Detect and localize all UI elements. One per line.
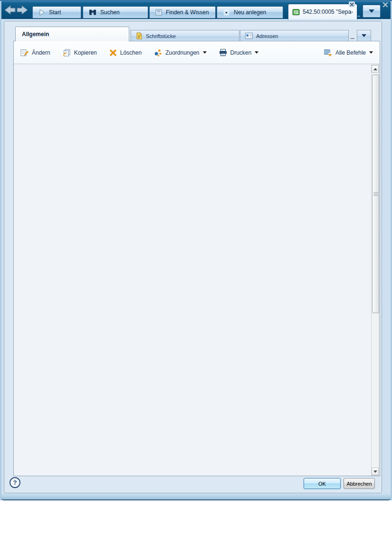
nav-button-neu-anlegen[interactable]: Neu anlegen: [217, 6, 283, 19]
button-label: OK: [318, 481, 326, 487]
starburst-icon: [223, 9, 230, 16]
tab-label: Schriftstücke: [146, 33, 176, 39]
address-card-icon: [245, 33, 253, 39]
toolbar-button-label: Drucken: [230, 49, 252, 56]
edit-icon: [20, 49, 29, 57]
toolbar-button-label: Kopieren: [74, 49, 97, 56]
binoculars-icon: [89, 9, 96, 16]
toolbar-button-label: Alle Befehle: [335, 49, 366, 56]
command-list-icon: [324, 49, 332, 57]
nav-button-suchen[interactable]: Suchen: [83, 6, 148, 19]
help-glyph: ?: [13, 479, 17, 486]
nav-button-finden-wissen[interactable]: Finden & Wissen: [149, 6, 216, 19]
tab-label: Allgemein: [22, 31, 49, 38]
nav-button-label: Neu anlegen: [234, 9, 266, 16]
chevron-down-icon: [369, 51, 373, 54]
scrollbar-thumb[interactable]: [372, 75, 379, 313]
vertical-scrollbar[interactable]: [371, 65, 379, 476]
toolbar-button-label: Ändern: [32, 49, 50, 56]
scroll-up-icon[interactable]: [372, 65, 379, 73]
help-icon[interactable]: ?: [10, 477, 20, 488]
tab-label: Adressen: [256, 33, 278, 39]
tab-allgemein[interactable]: Allgemein: [15, 27, 129, 41]
toolbar-button-label: Löschen: [120, 49, 142, 56]
topbar-dropdown-button[interactable]: [363, 5, 381, 18]
tab-schriftstuecke[interactable]: Schriftstücke: [131, 30, 239, 41]
nav-button-label: Finden & Wissen: [166, 9, 209, 16]
window-bottom-edge: [1, 493, 391, 500]
toolbar-button-loeschen[interactable]: Löschen: [109, 49, 142, 57]
window-close-icon[interactable]: [382, 1, 389, 8]
start-icon: [38, 9, 45, 16]
nav-button-label: Suchen: [100, 9, 120, 16]
green-file-icon: [292, 8, 300, 16]
document-tab-title: 542.50:0005 "Sepa-Last...: [303, 9, 353, 15]
abbrechen-button[interactable]: Abbrechen: [344, 478, 375, 489]
chevron-down-icon: [255, 51, 258, 54]
top-toolbar: Start Suchen Finden & Wisse: [0, 0, 392, 19]
allgemein-panel: Ändern Kopieren: [13, 41, 380, 476]
button-label: Abbrechen: [346, 481, 372, 487]
tabstrip-overflow-button[interactable]: ...: [350, 34, 354, 40]
scroll-down-icon[interactable]: [372, 468, 379, 475]
back-arrow-icon: [5, 6, 15, 14]
copy-icon: [63, 49, 71, 57]
application-window: Start Suchen Finden & Wisse: [0, 0, 392, 556]
window-frame-left: [0, 1, 1, 500]
toolbar-button-label: Zuordnungen: [165, 49, 199, 56]
tab-adressen[interactable]: Adressen: [240, 30, 349, 41]
links-molecule-icon: [154, 49, 162, 57]
document-tab-close-icon[interactable]: [349, 1, 355, 7]
nav-button-label: Start: [49, 9, 61, 16]
nav-button-start[interactable]: Start: [32, 6, 81, 19]
thumb-grip: [373, 192, 378, 196]
toolbar-button-drucken[interactable]: Drucken: [219, 49, 259, 56]
command-toolbar: Ändern Kopieren: [14, 41, 380, 64]
chevron-down-icon: [362, 34, 366, 37]
document-list-icon: [155, 9, 162, 16]
toolbar-button-zuordnungen[interactable]: Zuordnungen: [154, 49, 206, 57]
toolbar-button-alle-befehle[interactable]: Alle Befehle: [324, 41, 373, 64]
chevron-down-icon: [203, 51, 207, 54]
yellow-document-icon: [136, 32, 143, 39]
toolbar-button-kopieren[interactable]: Kopieren: [63, 49, 97, 57]
delete-x-icon: [109, 49, 117, 57]
chevron-down-icon: [369, 10, 374, 13]
ok-button[interactable]: OK: [304, 478, 341, 489]
tabstrip-dropdown-button[interactable]: [357, 30, 371, 41]
printer-icon: [219, 49, 227, 56]
toolbar-button-aendern[interactable]: Ändern: [20, 49, 50, 57]
document-tab[interactable]: 542.50:0005 "Sepa-Last...: [288, 4, 357, 19]
back-forward-icons[interactable]: [4, 5, 29, 15]
forward-arrow-icon: [17, 6, 28, 14]
